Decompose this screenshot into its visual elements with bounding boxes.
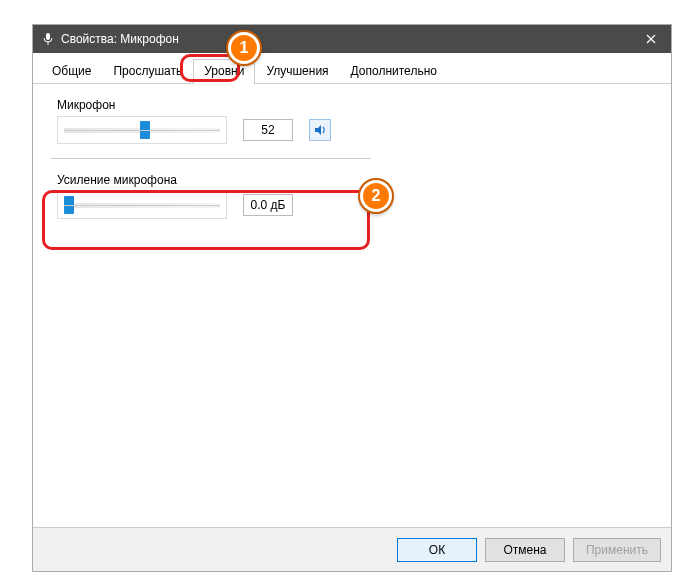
boost-label: Усиление микрофона: [57, 173, 653, 187]
mute-button[interactable]: [309, 119, 331, 141]
microphone-row: 52: [57, 116, 653, 144]
apply-button: Применить: [573, 538, 661, 562]
tab-listen[interactable]: Прослушать: [102, 59, 193, 83]
properties-window: Свойства: Микрофон Общие Прослушать Уров…: [32, 24, 672, 572]
tab-general[interactable]: Общие: [41, 59, 102, 83]
close-button[interactable]: [631, 25, 671, 53]
titlebar: Свойства: Микрофон: [33, 25, 671, 53]
boost-value: 0.0 дБ: [243, 194, 293, 216]
divider: [51, 158, 371, 159]
svg-rect-0: [46, 33, 50, 40]
microphone-label: Микрофон: [57, 98, 653, 112]
tab-advanced[interactable]: Дополнительно: [340, 59, 448, 83]
tab-content: Микрофон 52 Усиление микрофона 0.0 дБ: [33, 84, 671, 544]
cancel-button[interactable]: Отмена: [485, 538, 565, 562]
tab-enhancements[interactable]: Улучшения: [255, 59, 339, 83]
boost-row: 0.0 дБ: [57, 191, 653, 219]
microphone-value: 52: [243, 119, 293, 141]
ok-button[interactable]: ОК: [397, 538, 477, 562]
microphone-slider[interactable]: [57, 116, 227, 144]
callout-2: 2: [360, 180, 392, 212]
microphone-group: Микрофон 52: [51, 98, 653, 144]
boost-group: Усиление микрофона 0.0 дБ: [51, 173, 653, 219]
callout-1: 1: [228, 32, 260, 64]
dialog-footer: ОК Отмена Применить: [33, 527, 671, 571]
window-title: Свойства: Микрофон: [61, 32, 631, 46]
microphone-icon: [41, 32, 55, 46]
tab-bar: Общие Прослушать Уровни Улучшения Дополн…: [33, 53, 671, 84]
boost-slider[interactable]: [57, 191, 227, 219]
